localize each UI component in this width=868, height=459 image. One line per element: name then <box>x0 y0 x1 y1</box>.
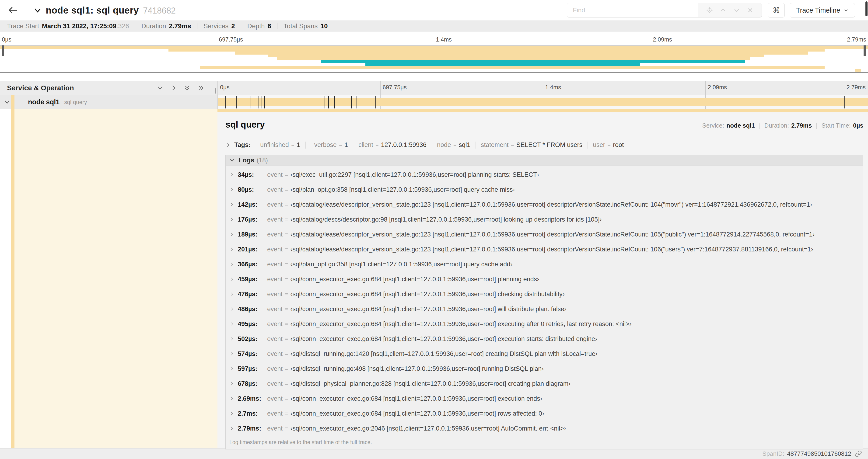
log-entry[interactable]: 201µs:event=‹sql/catalog/lease/descripto… <box>229 242 863 257</box>
chevron-down-icon <box>843 8 849 13</box>
log-field-value: ‹sql/catalog/lease/descriptor_version_st… <box>290 246 813 253</box>
log-entry[interactable]: 486µs:event=‹sql/conn_executor_exec.go:6… <box>229 302 863 317</box>
log-entry[interactable]: 2.69ms:event=‹sql/conn_executor_exec.go:… <box>229 391 863 406</box>
tags-label[interactable]: Tags: <box>234 141 251 149</box>
collapse-one-icon[interactable] <box>157 85 163 91</box>
log-tick-marker <box>324 96 325 108</box>
equals-sign: = <box>285 351 288 357</box>
log-tick-marker <box>356 96 357 108</box>
span-bar-cell[interactable] <box>217 95 868 109</box>
span-name-cell[interactable]: node sql1 sql query <box>0 95 217 109</box>
keyboard-shortcuts-button[interactable]: ⌘ <box>768 3 785 18</box>
log-entry[interactable]: 678µs:event=‹sql/distsql_physical_planne… <box>229 376 863 391</box>
deep-link-icon[interactable] <box>855 450 862 457</box>
log-tick-marker <box>334 96 335 108</box>
tag-item: _unfinished=1 <box>257 141 300 149</box>
collapse-trace-icon[interactable] <box>34 6 41 14</box>
log-timestamp: 502µs: <box>238 335 265 342</box>
chevron-right-icon <box>229 426 234 431</box>
logs-note: Log timestamps are relative to the start… <box>226 436 863 449</box>
span-detail-row: sql query Service: node sql1 Duration: 2… <box>0 109 868 448</box>
log-field-key: event <box>267 321 283 328</box>
minimap-left-scrubber[interactable] <box>2 45 4 56</box>
log-field-key: event <box>267 186 283 193</box>
chevron-right-icon <box>229 352 234 356</box>
collapse-all-icon[interactable] <box>184 85 190 91</box>
divider <box>760 123 760 129</box>
trace-minimap[interactable] <box>0 45 868 73</box>
log-entry[interactable]: 176µs:event=‹sql/catalog/descs/descripto… <box>229 212 863 227</box>
log-entry[interactable]: 2.79ms:event=‹sql/conn_executor_exec.go:… <box>229 421 863 436</box>
minimap-right-scrubber[interactable] <box>864 45 866 56</box>
locate-icon[interactable] <box>706 7 713 14</box>
log-entry[interactable]: 142µs:event=‹sql/catalog/lease/descripto… <box>229 197 863 212</box>
log-timestamp: 34µs: <box>238 171 265 178</box>
view-selector-label: Trace Timeline <box>796 6 840 14</box>
log-field-value: ‹sql/catalog/lease/descriptor_version_st… <box>290 231 815 238</box>
find-input[interactable] <box>567 3 698 17</box>
service-operation-header: Service & Operation <box>0 81 217 95</box>
minimap-span-row <box>0 60 868 63</box>
log-entry[interactable]: 495µs:event=‹sql/conn_executor_exec.go:6… <box>229 317 863 331</box>
log-timestamp: 189µs: <box>238 231 265 238</box>
minimap-span-graph <box>0 46 868 72</box>
log-entry[interactable]: 597µs:event=‹sql/distsql_running.go:498 … <box>229 361 863 376</box>
prev-match-icon[interactable] <box>720 7 726 14</box>
ruler-tick-1: 697.75µs <box>383 84 407 91</box>
span-service-name: node sql1 <box>28 98 60 106</box>
find-controls <box>698 3 762 17</box>
log-tick-marker <box>236 96 237 108</box>
log-entry[interactable]: 34µs:event=‹sql/exec_util.go:2297 [nsql1… <box>229 167 863 182</box>
log-entry[interactable]: 459µs:event=‹sql/conn_executor_exec.go:6… <box>229 272 863 287</box>
span-color-stripe <box>11 109 14 448</box>
equals-sign: = <box>285 425 288 432</box>
duration-label: Duration: <box>765 122 789 129</box>
tag-value: root <box>613 141 624 149</box>
log-entry[interactable]: 502µs:event=‹sql/conn_executor_exec.go:6… <box>229 331 863 346</box>
log-timestamp: 2.7ms: <box>238 410 265 417</box>
detail-overview: Service: node sql1 Duration: 2.79ms Star… <box>702 122 863 129</box>
start-time-value: 0µs <box>853 122 863 129</box>
log-entry[interactable]: 80µs:event=‹sql/plan_opt.go:358 [nsql1,c… <box>229 182 863 197</box>
tag-value: SELECT * FROM users <box>516 141 582 149</box>
tags-accordion[interactable]: Tags: _unfinished=1_verbose=1client=127.… <box>225 141 863 149</box>
scrollbar-thumb[interactable] <box>865 1 868 16</box>
chevron-right-icon <box>229 217 234 222</box>
service-value: node sql1 <box>726 122 754 129</box>
expand-all-icon[interactable] <box>197 85 204 91</box>
divider <box>225 135 863 135</box>
log-tick-marker <box>265 96 265 108</box>
log-entry[interactable]: 476µs:event=‹sql/conn_executor_exec.go:6… <box>229 287 863 302</box>
log-entry[interactable]: 189µs:event=‹sql/catalog/lease/descripto… <box>229 227 863 242</box>
clear-search-icon[interactable] <box>747 7 754 14</box>
spacer <box>0 73 868 81</box>
collapse-controls <box>157 81 204 95</box>
log-entry[interactable]: 574µs:event=‹sql/distsql_running.go:1420… <box>229 346 863 361</box>
log-entry[interactable]: 366µs:event=‹sql/plan_opt.go:358 [nsql1,… <box>229 257 863 272</box>
tag-value: 127.0.0.1:59936 <box>381 141 427 149</box>
logs-accordion: Logs (18) 34µs:event=‹sql/exec_util.go:2… <box>225 155 863 450</box>
logs-header[interactable]: Logs (18) <box>226 155 863 166</box>
expand-one-icon[interactable] <box>170 85 177 91</box>
column-resizer[interactable] <box>213 88 216 94</box>
minimap-ruler: 0µs 697.75µs 1.4ms 2.09ms 2.79ms <box>0 31 868 45</box>
detail-operation-title: sql query <box>225 120 265 130</box>
chevron-right-icon <box>229 202 234 207</box>
tag-item: node=sql1 <box>437 141 470 149</box>
collapse-children-icon[interactable] <box>4 99 10 105</box>
log-tick-marker <box>225 96 226 108</box>
start-time-label: Start Time: <box>822 122 851 129</box>
view-selector-button[interactable]: Trace Timeline <box>790 3 855 18</box>
tag-item: client=127.0.0.1:59936 <box>359 141 427 149</box>
span-duration-bar[interactable] <box>218 98 868 106</box>
find-group <box>567 3 762 18</box>
log-field-value: ‹sql/conn_executor_exec.go:684 [nsql1,cl… <box>290 321 632 328</box>
log-entry[interactable]: 2.7ms:event=‹sql/conn_executor_exec.go:6… <box>229 406 863 421</box>
equals-sign: = <box>285 411 288 417</box>
next-match-icon[interactable] <box>733 7 740 14</box>
log-field-key: event <box>267 305 283 313</box>
equals-sign: = <box>285 396 288 402</box>
services-label: Services <box>204 22 228 30</box>
back-button[interactable] <box>0 0 26 21</box>
log-field-value: ‹sql/conn_executor_exec.go:684 [nsql1,cl… <box>290 395 542 402</box>
